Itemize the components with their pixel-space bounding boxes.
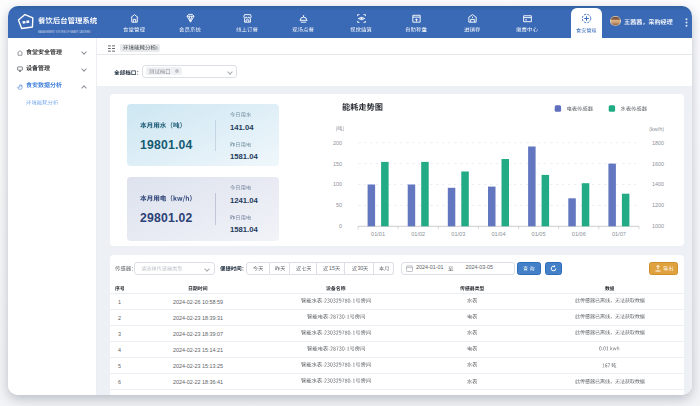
svg-text:01/02: 01/02 [411, 231, 425, 237]
svg-text:1800: 1800 [652, 140, 664, 146]
svg-text:1000: 1000 [652, 223, 664, 229]
svg-text:01/01: 01/01 [371, 231, 385, 237]
svg-text:01/03: 01/03 [451, 231, 465, 237]
svg-text:01/07: 01/07 [612, 231, 626, 237]
svg-text:01/05: 01/05 [532, 231, 546, 237]
svg-text:01/04: 01/04 [492, 231, 506, 237]
svg-text:(kw/h): (kw/h) [649, 126, 664, 132]
svg-text:1400: 1400 [652, 181, 664, 187]
svg-text:0: 0 [339, 223, 342, 229]
svg-text:01/06: 01/06 [572, 231, 586, 237]
svg-text:1200: 1200 [652, 202, 664, 208]
svg-text:100: 100 [333, 181, 342, 187]
svg-text:1600: 1600 [652, 161, 664, 167]
svg-text:150: 150 [333, 161, 342, 167]
svg-text:200: 200 [333, 140, 342, 146]
svg-text:50: 50 [336, 202, 342, 208]
